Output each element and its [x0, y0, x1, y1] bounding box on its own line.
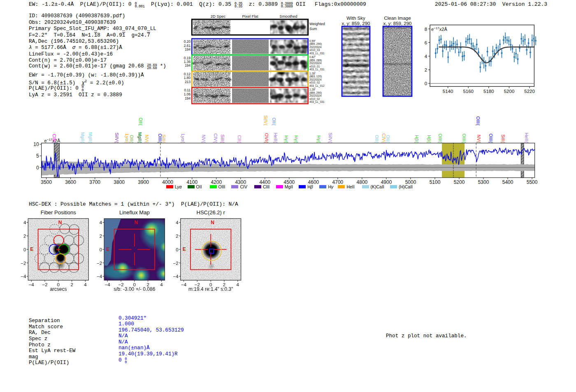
- svg-text:403_LL_031: 403_LL_031: [309, 68, 325, 71]
- svg-text:5200: 5200: [504, 89, 515, 94]
- svg-text:−4: −4: [105, 282, 111, 287]
- svg-text:403_LL_031: 403_LL_031: [309, 100, 325, 104]
- svg-text:Weighted: Weighted: [309, 22, 325, 26]
- svg-text:5400: 5400: [502, 179, 513, 185]
- svg-text:0.82": 0.82": [309, 56, 316, 58]
- svg-text:Fiber Positions: Fiber Positions: [41, 209, 76, 216]
- svg-text:3700: 3700: [89, 179, 100, 185]
- svg-text:3900: 3900: [138, 179, 149, 185]
- svg-text:N: N: [135, 220, 138, 225]
- svg-text:−4: −4: [181, 282, 187, 287]
- svg-text:2: 2: [176, 234, 178, 239]
- svg-text:5500: 5500: [527, 179, 538, 185]
- svg-text:5160: 5160: [463, 89, 474, 94]
- svg-text:2: 2: [23, 234, 26, 239]
- svg-text:5100: 5100: [430, 179, 441, 185]
- svg-text:4: 4: [84, 282, 87, 287]
- svg-text:−2: −2: [42, 282, 47, 287]
- svg-text:−4: −4: [21, 274, 26, 279]
- svg-text:194: 194: [185, 96, 190, 100]
- svg-text:N: N: [58, 220, 62, 225]
- svg-text:E: E: [106, 246, 109, 252]
- svg-text:−4: −4: [97, 274, 102, 279]
- svg-text:Lineflux Map: Lineflux Map: [119, 209, 150, 216]
- svg-text:1.28": 1.28": [309, 88, 316, 91]
- svg-text:20220324: 20220324: [309, 78, 322, 81]
- svg-text:5220: 5220: [524, 89, 535, 94]
- svg-text:20220324: 20220324: [309, 94, 322, 97]
- svg-text:194: 194: [185, 47, 190, 51]
- svg-text:1.28": 1.28": [309, 72, 316, 75]
- svg-text:x, y: 859, 290: x, y: 859, 290: [383, 21, 411, 26]
- svg-text:3800: 3800: [114, 179, 125, 185]
- svg-text:HSC(26.2) r: HSC(26.2) r: [197, 209, 225, 216]
- svg-text:Pixel Flat: Pixel Flat: [242, 14, 258, 19]
- svg-text:5: 5: [36, 153, 39, 159]
- svg-text:10: 10: [33, 141, 39, 147]
- svg-text:−2: −2: [97, 261, 102, 266]
- svg-text:0.11: 0.11: [184, 88, 190, 92]
- svg-text:0: 0: [36, 165, 39, 171]
- svg-text:403_LL_031: 403_LL_031: [309, 52, 325, 55]
- svg-text:4: 4: [23, 220, 26, 225]
- svg-text:3600: 3600: [65, 179, 76, 185]
- svg-text:s/b: -3.00 +/- 0.086: s/b: -3.00 +/- 0.086: [114, 286, 155, 292]
- svg-text:1.06: 1.06: [184, 92, 191, 96]
- svg-text:213: 213: [185, 80, 190, 84]
- svg-text:2: 2: [70, 282, 73, 287]
- svg-text:0: 0: [100, 247, 102, 252]
- svg-text:194: 194: [185, 63, 190, 67]
- svg-text:0: 0: [425, 81, 427, 86]
- svg-text:0.59": 0.59": [309, 39, 316, 42]
- svg-text:−4: −4: [29, 282, 35, 287]
- svg-text:2: 2: [425, 67, 427, 72]
- svg-text:4: 4: [160, 282, 163, 287]
- svg-text:2: 2: [100, 234, 102, 239]
- svg-text:1.80: 1.80: [184, 76, 191, 80]
- svg-text:4: 4: [100, 220, 102, 225]
- svg-text:0: 0: [176, 247, 178, 252]
- svg-text:N: N: [211, 220, 214, 225]
- svg-text:arcsecs: arcsecs: [50, 286, 67, 292]
- svg-text:E: E: [183, 246, 186, 252]
- svg-text:0: 0: [23, 247, 26, 252]
- svg-text:m:19.4 re:1.4" s:0.3": m:19.4 re:1.4" s:0.3": [188, 286, 233, 292]
- svg-text:3500: 3500: [41, 179, 52, 185]
- svg-text:2D Spec: 2D Spec: [211, 14, 226, 19]
- svg-text:x, y: 859, 290: x, y: 859, 290: [341, 21, 370, 26]
- svg-text:With Sky: With Sky: [346, 16, 365, 21]
- svg-text:5300: 5300: [478, 179, 489, 185]
- svg-text:E: E: [30, 246, 33, 252]
- svg-text:0.20: 0.20: [184, 39, 191, 44]
- svg-text:5140: 5140: [443, 89, 453, 94]
- svg-text:403_LL_012: 403_LL_012: [309, 84, 325, 88]
- svg-text:e−17x2Å: e−17x2Å: [431, 26, 447, 32]
- svg-text:20220324: 20220324: [309, 46, 322, 49]
- svg-text:5180: 5180: [483, 89, 494, 94]
- svg-text:4: 4: [425, 54, 427, 59]
- svg-text:Clean Image: Clean Image: [384, 16, 411, 21]
- svg-text:−2: −2: [21, 261, 26, 266]
- svg-text:5200: 5200: [454, 179, 465, 185]
- svg-text:Sum: Sum: [309, 27, 317, 31]
- svg-text:8: 8: [425, 27, 427, 32]
- svg-text:4: 4: [176, 220, 179, 225]
- svg-text:6: 6: [425, 40, 427, 45]
- svg-text:−2: −2: [173, 261, 179, 266]
- svg-text:Smoothed: Smoothed: [279, 14, 297, 19]
- svg-text:4: 4: [237, 282, 239, 287]
- svg-text:20220324: 20220324: [309, 62, 322, 65]
- svg-text:−4: −4: [173, 274, 179, 279]
